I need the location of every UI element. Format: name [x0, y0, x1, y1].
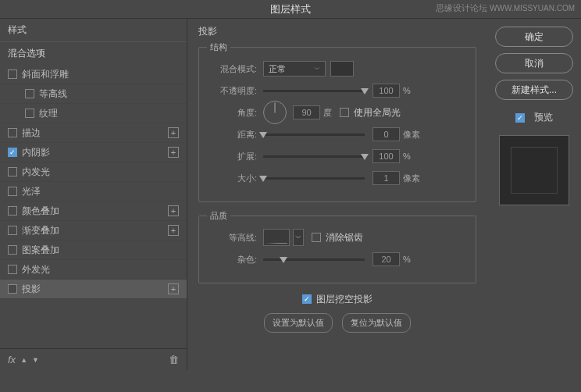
style-label: 光泽 — [22, 185, 179, 198]
fx-icon[interactable]: fx — [8, 354, 16, 365]
reset-default-button[interactable]: 复位为默认值 — [342, 313, 411, 333]
styles-sidebar: 样式 混合选项 斜面和浮雕等高线纹理描边+✓内阴影+内发光光泽颜色叠加+渐变叠加… — [0, 19, 187, 370]
style-label: 描边 — [22, 127, 168, 140]
style-checkbox[interactable] — [8, 206, 17, 216]
noise-input[interactable] — [372, 252, 400, 266]
opacity-slider[interactable] — [263, 90, 365, 92]
noise-slider[interactable] — [263, 258, 365, 261]
knockout-checkbox[interactable]: ✓ — [302, 294, 312, 304]
add-icon[interactable]: + — [168, 147, 179, 158]
style-item[interactable]: 颜色叠加+ — [0, 201, 187, 221]
global-light-label: 使用全局光 — [354, 106, 401, 119]
style-checkbox[interactable] — [8, 265, 17, 274]
style-label: 内阴影 — [22, 146, 168, 159]
add-icon[interactable]: + — [168, 225, 179, 236]
preview-checkbox[interactable]: ✓ — [515, 113, 525, 123]
shadow-color-swatch[interactable] — [330, 61, 354, 77]
add-icon[interactable]: + — [168, 205, 179, 216]
trash-icon[interactable]: 🗑 — [169, 354, 179, 365]
style-label: 纹理 — [39, 107, 179, 120]
distance-input[interactable] — [372, 127, 400, 141]
size-input[interactable] — [372, 171, 400, 185]
knockout-label: 图层挖空投影 — [316, 293, 372, 306]
global-light-checkbox[interactable] — [340, 108, 349, 117]
style-label: 颜色叠加 — [22, 205, 168, 218]
style-checkbox[interactable] — [8, 226, 17, 235]
add-icon[interactable]: + — [168, 283, 179, 294]
style-label: 内发光 — [22, 166, 179, 179]
distance-slider[interactable] — [263, 134, 365, 136]
new-style-button[interactable]: 新建样式... — [495, 80, 573, 100]
preview-label: 预览 — [534, 111, 553, 124]
effect-settings: 投影 结构 混合模式: 正常 不透明度: % 角度: — [187, 19, 487, 370]
antialias-checkbox[interactable] — [312, 233, 321, 242]
ok-button[interactable]: 确定 — [495, 27, 573, 47]
quality-group: 品质 等高线: ﹀ 消除锯齿 杂色: % — [198, 210, 476, 283]
up-arrow-icon[interactable]: ▲ — [20, 356, 27, 364]
style-item[interactable]: 图案叠加 — [0, 241, 187, 260]
spread-input[interactable] — [372, 149, 400, 163]
contour-label: 等高线: — [209, 232, 257, 244]
contour-dropdown-icon[interactable]: ﹀ — [293, 229, 304, 246]
set-default-button[interactable]: 设置为默认值 — [264, 313, 333, 333]
contour-preview[interactable] — [263, 229, 290, 246]
size-label: 大小: — [209, 173, 257, 184]
effect-title: 投影 — [198, 25, 476, 38]
style-checkbox[interactable] — [25, 89, 34, 98]
size-slider[interactable] — [263, 177, 365, 180]
preview-swatch — [511, 147, 558, 194]
style-checkbox[interactable] — [8, 128, 17, 137]
watermark: 思缘设计论坛 WWW.MISSYUAN.COM — [436, 2, 575, 14]
blend-mode-dropdown[interactable]: 正常 — [263, 61, 326, 77]
sidebar-footer: fx ▲ ▼ 🗑 — [0, 348, 187, 370]
style-item[interactable]: 外发光 — [0, 260, 187, 280]
opacity-input[interactable] — [372, 84, 400, 98]
structure-group: 结构 混合模式: 正常 不透明度: % 角度: 度 — [198, 41, 476, 202]
spread-label: 扩展: — [209, 151, 257, 162]
sidebar-header: 样式 — [0, 19, 187, 42]
style-checkbox[interactable] — [8, 284, 17, 294]
style-checkbox[interactable] — [8, 245, 17, 255]
style-list: 斜面和浮雕等高线纹理描边+✓内阴影+内发光光泽颜色叠加+渐变叠加+图案叠加外发光… — [0, 65, 187, 348]
style-item[interactable]: 内发光 — [0, 162, 187, 182]
style-item[interactable]: 描边+ — [0, 123, 187, 143]
noise-label: 杂色: — [209, 254, 257, 265]
style-item[interactable]: 光泽 — [0, 182, 187, 201]
style-item[interactable]: 斜面和浮雕 — [0, 65, 187, 84]
style-item[interactable]: 等高线 — [0, 84, 187, 104]
style-label: 图案叠加 — [22, 244, 179, 257]
down-arrow-icon[interactable]: ▼ — [32, 356, 39, 364]
style-checkbox[interactable] — [8, 187, 17, 196]
style-checkbox[interactable] — [8, 69, 17, 79]
angle-label: 角度: — [209, 107, 257, 119]
blending-options[interactable]: 混合选项 — [0, 42, 187, 65]
angle-dial[interactable] — [263, 101, 287, 124]
antialias-label: 消除锯齿 — [326, 231, 363, 244]
spread-slider[interactable] — [263, 155, 365, 158]
preview-box — [499, 135, 569, 205]
style-checkbox[interactable]: ✓ — [8, 148, 17, 157]
style-label: 投影 — [22, 283, 168, 296]
style-checkbox[interactable] — [25, 109, 34, 118]
style-checkbox[interactable] — [8, 167, 17, 176]
style-item[interactable]: 渐变叠加+ — [0, 221, 187, 241]
angle-input[interactable] — [293, 105, 320, 119]
style-item[interactable]: 纹理 — [0, 104, 187, 123]
layer-style-dialog: 图层样式 思缘设计论坛 WWW.MISSYUAN.COM 样式 混合选项 斜面和… — [0, 0, 581, 392]
add-icon[interactable]: + — [168, 127, 179, 138]
style-label: 渐变叠加 — [22, 224, 168, 237]
opacity-label: 不透明度: — [209, 85, 257, 97]
style-item[interactable]: 投影+ — [0, 280, 187, 299]
style-label: 等高线 — [39, 87, 179, 101]
actions-panel: 确定 取消 新建样式... ✓ 预览 — [487, 19, 581, 370]
distance-label: 距离: — [209, 129, 257, 141]
blend-mode-label: 混合模式: — [209, 63, 257, 75]
cancel-button[interactable]: 取消 — [495, 53, 573, 73]
style-label: 外发光 — [22, 263, 179, 276]
style-item[interactable]: ✓内阴影+ — [0, 143, 187, 162]
style-label: 斜面和浮雕 — [22, 68, 179, 81]
